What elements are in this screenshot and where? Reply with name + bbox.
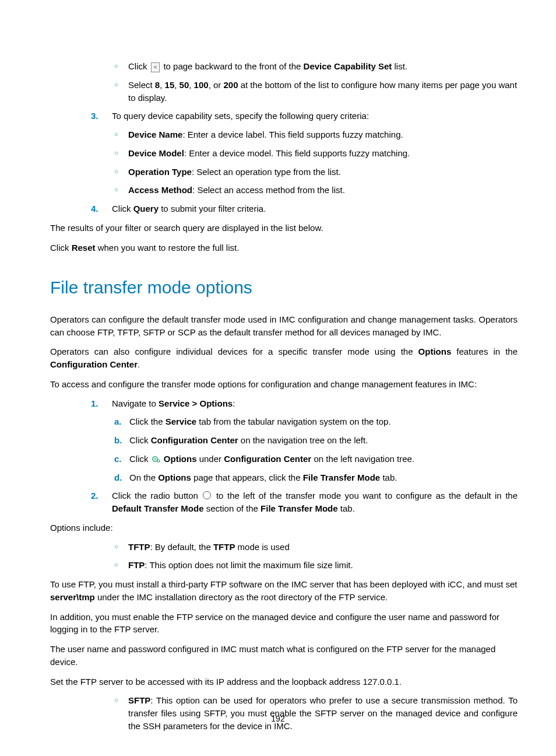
- sub-bullet: ○ Device Model: Enter a device model. Th…: [114, 145, 518, 164]
- bold: Configuration Center: [50, 359, 138, 369]
- text: section of the: [204, 503, 261, 513]
- ft-step-1: 1. Navigate to Service > Options:: [91, 396, 518, 414]
- text: on the left navigation tree.: [311, 454, 414, 464]
- text: Click: [112, 204, 133, 214]
- intro-paragraph-3: To access and configure the transfer mod…: [50, 376, 518, 396]
- sub-bullet: ○ Device Name: Enter a device label. Thi…: [114, 127, 518, 145]
- bold: Configuration Center: [151, 435, 238, 445]
- text: when you want to restore the full list.: [96, 243, 240, 253]
- text: under the IMC installation directory as …: [95, 592, 388, 602]
- step-text: To query device capability sets, specify…: [112, 110, 518, 123]
- text: to the left of the transfer mode you wan…: [212, 491, 518, 501]
- ft-step-1d: d. On the Options page that appears, cli…: [114, 470, 518, 488]
- text: tab from the tabular navigation system o…: [196, 416, 391, 426]
- step-number: 1.: [91, 397, 112, 410]
- text: ,: [160, 80, 164, 90]
- text: On the: [129, 473, 158, 482]
- text: To use FTP, you must install a third-par…: [50, 579, 517, 589]
- text: Click the: [129, 416, 166, 426]
- text: Click: [129, 454, 151, 464]
- bullet-marker: ○: [114, 184, 128, 195]
- bullet-marker: ○: [114, 128, 128, 139]
- text: : Select an access method from the list.: [192, 185, 345, 195]
- step-4-line2: The results of your filter or search que…: [50, 219, 518, 239]
- step-number: 3.: [91, 110, 112, 123]
- step-text: Navigate to Service > Options:: [112, 397, 518, 410]
- text: Click: [50, 243, 72, 253]
- bullet-content: Access Method: Select an access method f…: [128, 184, 518, 197]
- radio-icon: [203, 491, 211, 499]
- bullet-marker: ○: [114, 541, 128, 552]
- bullet-content: FTP: This option does not limit the maxi…: [128, 559, 518, 572]
- ft-step-1a: a. Click the Service tab from the tabula…: [114, 414, 518, 432]
- bold: 200: [223, 80, 238, 90]
- bold: TFTP: [128, 542, 150, 552]
- options-include: Options include:: [50, 519, 518, 539]
- text: to submit your filter criteria.: [159, 204, 266, 214]
- text: , or: [209, 80, 224, 90]
- bold: Operation Type: [128, 167, 192, 177]
- bold: Service: [166, 416, 196, 426]
- bold: Query: [133, 204, 159, 214]
- text: under: [197, 454, 224, 464]
- ftp-p5: Set the FTP server to be accessed with i…: [50, 673, 518, 693]
- svg-point-1: [154, 458, 156, 460]
- opt-tftp: ○ TFTP: By default, the TFTP mode is use…: [114, 539, 518, 558]
- text: Click Options under Configuration Center…: [129, 453, 518, 466]
- text: Navigate to: [112, 398, 159, 408]
- text: tab.: [338, 503, 355, 513]
- intro-paragraph-1: Operators can configure the default tran…: [50, 311, 518, 344]
- bullet-content: Click « to page backward to the front of…: [128, 60, 518, 73]
- bullet-content: Device Model: Enter a device model. This…: [128, 147, 518, 160]
- text: mode is used: [235, 542, 289, 552]
- section-heading: File transfer mode options: [50, 275, 518, 300]
- sub-bullet: ○ Access Method: Select an access method…: [114, 182, 518, 201]
- intro-paragraph-2: Operators can also configure individual …: [50, 343, 518, 376]
- bold: File Transfer Mode: [303, 473, 381, 482]
- text: Click the Service tab from the tabular n…: [129, 415, 518, 428]
- alpha-marker: b.: [114, 434, 129, 447]
- text: on the navigation tree on the left.: [238, 435, 368, 445]
- ft-step-1b: b. Click Configuration Center on the nav…: [114, 432, 518, 451]
- bullet-marker: ○: [114, 694, 128, 705]
- bullet-marker: ○: [114, 166, 128, 177]
- ft-step-1c: c. Click Options under Configuration Cen…: [114, 451, 518, 470]
- text: features in the: [451, 346, 518, 356]
- text: to page backward to the front of the: [163, 61, 303, 71]
- bullet-marker: ○: [114, 559, 128, 570]
- bold: Reset: [72, 243, 96, 253]
- text: Click the radio button: [112, 491, 202, 501]
- step-number: 2.: [91, 489, 112, 502]
- document-page: ○ Click « to page backward to the front …: [0, 0, 556, 756]
- ft-step-2: 2. Click the radio button to the left of…: [91, 488, 518, 519]
- text: ,: [189, 80, 193, 90]
- bold: Device Capability Set: [304, 61, 392, 71]
- text: : Enter a device label. This field suppo…: [182, 130, 403, 139]
- bold: Options: [164, 454, 197, 464]
- svg-point-2: [157, 460, 160, 462]
- ftp-p2: To use FTP, you must install a third-par…: [50, 576, 518, 608]
- bold: Device Model: [128, 148, 184, 158]
- bold: 15: [165, 80, 175, 90]
- alpha-marker: c.: [114, 453, 129, 466]
- sub-bullet: ○ Operation Type: Select an operation ty…: [114, 164, 518, 183]
- sub-bullet: ○ Click « to page backward to the front …: [114, 58, 518, 77]
- text: Click: [129, 435, 151, 445]
- bold: FTP: [128, 560, 145, 570]
- sub-bullet: ○ Select 8, 15, 50, 100, or 200 at the b…: [114, 77, 518, 108]
- bullet-content: Select 8, 15, 50, 100, or 200 at the bot…: [128, 79, 518, 104]
- text: ,: [174, 80, 179, 90]
- bullet-content: TFTP: By default, the TFTP mode is used: [128, 541, 518, 554]
- bold: Access Method: [128, 185, 192, 195]
- step-text: Click the radio button to the left of th…: [112, 489, 518, 515]
- bold: 8: [155, 80, 160, 90]
- step-number: 4.: [91, 202, 112, 215]
- ftp-p3: In addition, you must enable the FTP ser…: [50, 608, 518, 641]
- step-4: 4. Click Query to submit your filter cri…: [91, 201, 518, 219]
- text: :: [233, 398, 235, 408]
- bullet-marker: ○: [114, 147, 128, 158]
- text: : This option does not limit the maximum…: [145, 560, 353, 570]
- ftp-p4: The user name and password configured in…: [50, 640, 518, 673]
- text: : By default, the: [150, 542, 213, 552]
- text: : Select an operation type from the list…: [192, 167, 341, 177]
